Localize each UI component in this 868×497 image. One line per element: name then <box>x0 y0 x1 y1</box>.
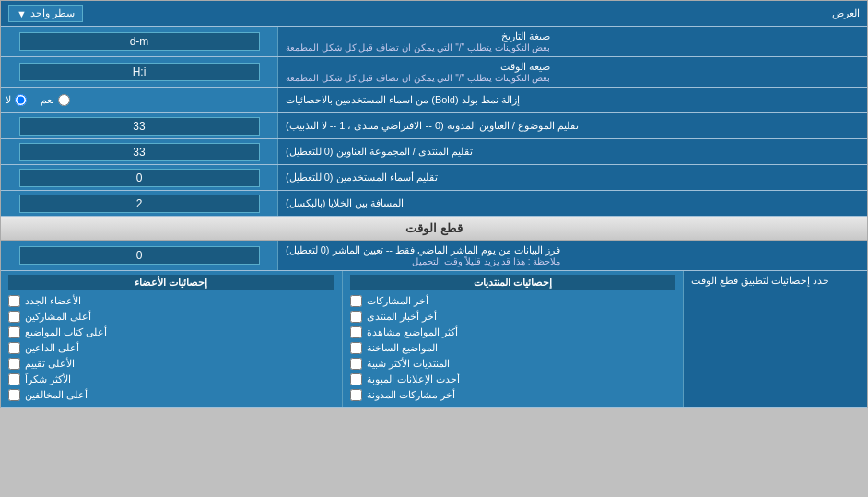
post-stat-3-checkbox[interactable] <box>350 342 362 354</box>
cutoff-section-header: قطع الوقت <box>1 217 867 241</box>
checkbox-item: الأعضاء الجدد <box>8 293 334 309</box>
dropdown-arrow-icon: ▼ <box>17 8 27 19</box>
topics-titles-input-cell <box>1 113 277 138</box>
time-format-input[interactable] <box>19 63 260 81</box>
forum-titles-row: تقليم المنتدى / المجموعة العناوين (0 للت… <box>1 139 867 165</box>
post-stat-6-checkbox[interactable] <box>350 389 362 401</box>
checkbox-item: أعلى الداعين <box>8 340 334 356</box>
member-stat-3-checkbox[interactable] <box>8 342 20 354</box>
member-stat-4-checkbox[interactable] <box>8 358 20 370</box>
member-stat-6-checkbox[interactable] <box>8 389 20 401</box>
dropdown-label: سطر واحد <box>30 7 75 19</box>
time-format-label: صيغة الوقت بعض التكوينات يتطلب "/" التي … <box>277 57 867 87</box>
usernames-input-cell <box>1 165 277 190</box>
cutoff-label: فرز البيانات من يوم الماشر الماضي فقط --… <box>277 241 867 270</box>
checkbox-item: أخر المشاركات <box>350 293 676 309</box>
post-stat-0-checkbox[interactable] <box>350 295 362 307</box>
member-stats-header: إحصائيات الأعضاء <box>8 275 334 290</box>
bold-no-label[interactable]: لا <box>6 94 27 106</box>
post-stats-column: إحصائيات المنتديات أخر المشاركات أخر أخب… <box>342 271 684 407</box>
forum-titles-input-cell <box>1 139 277 164</box>
forum-titles-input[interactable] <box>19 143 260 161</box>
bold-remove-row: إزالة نمط بولد (Bold) من اسماء المستخدمي… <box>1 88 867 113</box>
checkbox-item: أخر أخبار المنتدى <box>350 309 676 325</box>
cutoff-input-cell <box>1 241 277 270</box>
stats-grid: حدد إحصائيات لتطبيق قطع الوقت إحصائيات ا… <box>1 271 867 408</box>
header-row: العرض سطر واحد ▼ <box>1 1 867 27</box>
checkbox-item: أعلى المشاركين <box>8 309 334 325</box>
stats-area: حدد إحصائيات لتطبيق قطع الوقت إحصائيات ا… <box>1 271 867 408</box>
date-format-row: صيغة التاريخ بعض التكوينات يتطلب "/" الت… <box>1 27 867 57</box>
bold-no-radio[interactable] <box>15 94 27 106</box>
forum-titles-label: تقليم المنتدى / المجموعة العناوين (0 للت… <box>277 139 867 164</box>
date-format-input-cell <box>1 27 277 56</box>
member-stat-5-checkbox[interactable] <box>8 373 20 385</box>
member-stat-0-checkbox[interactable] <box>8 295 20 307</box>
stats-label-cell: حدد إحصائيات لتطبيق قطع الوقت <box>683 271 867 407</box>
time-format-input-cell <box>1 57 277 87</box>
usernames-input[interactable] <box>19 169 260 187</box>
time-format-row: صيغة الوقت بعض التكوينات يتطلب "/" التي … <box>1 57 867 88</box>
post-stat-1-checkbox[interactable] <box>350 311 362 323</box>
checkbox-item: الأكثر شكراً <box>8 372 334 387</box>
post-stat-2-checkbox[interactable] <box>350 326 362 338</box>
topics-titles-input[interactable] <box>19 117 260 136</box>
spacing-input[interactable] <box>19 195 260 213</box>
checkbox-item: أكثر المواضيع مشاهدة <box>350 325 676 340</box>
bold-remove-controls: نعم لا <box>1 88 277 112</box>
checkbox-item: أعلى المخالفين <box>8 387 334 403</box>
display-dropdown[interactable]: سطر واحد ▼ <box>8 5 83 22</box>
checkbox-item: المواضيع الساخنة <box>350 340 676 356</box>
topics-titles-label: تقليم الموضوع / العناوين المدونة (0 -- ا… <box>277 113 867 138</box>
post-stat-5-checkbox[interactable] <box>350 373 362 385</box>
checkbox-item: الأعلى تقييم <box>8 356 334 372</box>
post-stat-4-checkbox[interactable] <box>350 358 362 370</box>
checkbox-item: أعلى كتاب المواضيع <box>8 325 334 340</box>
spacing-input-cell <box>1 191 277 216</box>
date-format-input[interactable] <box>19 32 260 51</box>
spacing-row: المسافة بين الخلايا (بالبكسل) <box>1 191 867 217</box>
main-container: العرض سطر واحد ▼ صيغة التاريخ بعض التكوي… <box>0 0 868 408</box>
post-stats-header: إحصائيات المنتديات <box>350 275 676 290</box>
cutoff-row: فرز البيانات من يوم الماشر الماضي فقط --… <box>1 241 867 271</box>
bold-yes-label[interactable]: نعم <box>41 94 70 106</box>
bold-remove-label: إزالة نمط بولد (Bold) من اسماء المستخدمي… <box>277 88 867 112</box>
header-control: سطر واحد ▼ <box>8 5 83 22</box>
cutoff-input[interactable] <box>19 246 260 265</box>
date-format-label: صيغة التاريخ بعض التكوينات يتطلب "/" الت… <box>277 27 867 56</box>
usernames-label: تقليم أسماء المستخدمين (0 للتعطيل) <box>277 165 867 190</box>
spacing-label: المسافة بين الخلايا (بالبكسل) <box>277 191 867 216</box>
checkbox-item: أحدث الإعلانات المبوبة <box>350 372 676 387</box>
member-stat-1-checkbox[interactable] <box>8 311 20 323</box>
usernames-row: تقليم أسماء المستخدمين (0 للتعطيل) <box>1 165 867 191</box>
bold-yes-radio[interactable] <box>58 94 70 106</box>
member-stats-column: إحصائيات الأعضاء الأعضاء الجدد أعلى المش… <box>1 271 342 407</box>
checkbox-item: أخر مشاركات المدونة <box>350 387 676 403</box>
header-label: العرض <box>83 7 860 19</box>
member-stat-2-checkbox[interactable] <box>8 326 20 338</box>
topics-titles-row: تقليم الموضوع / العناوين المدونة (0 -- ا… <box>1 113 867 139</box>
checkbox-item: المنتديات الأكثر شبية <box>350 356 676 372</box>
